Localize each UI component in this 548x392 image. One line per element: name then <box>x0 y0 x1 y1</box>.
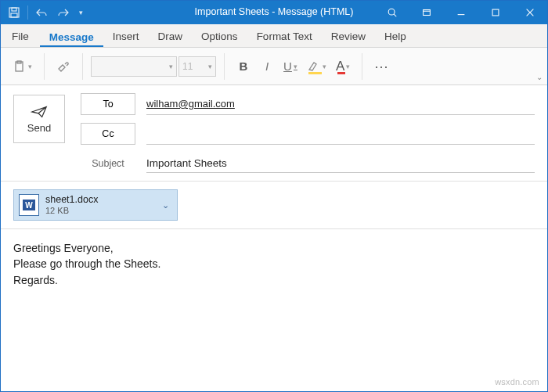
more-commands-button[interactable]: ⋯ <box>370 55 394 78</box>
svg-rect-4 <box>424 10 431 16</box>
send-label: Send <box>27 122 51 134</box>
attachments-bar: W sheet1.docx 12 KB ⌄ <box>1 182 547 229</box>
subject-value: Important Sheets <box>146 157 227 169</box>
ribbon-separator <box>362 53 362 80</box>
text-style-group: B I U ▾ ▾ A ▾ <box>229 55 357 78</box>
more-group: ⋯ <box>367 55 397 78</box>
font-size-value: 11 <box>182 61 193 72</box>
watermark: wsxdn.com <box>495 377 539 387</box>
svg-rect-5 <box>492 9 499 16</box>
attachment-size: 12 KB <box>45 206 153 216</box>
tab-draw[interactable]: Draw <box>149 26 193 47</box>
window-controls <box>375 1 547 24</box>
collapse-ribbon-icon[interactable]: ⌄ <box>536 73 543 81</box>
undo-icon[interactable] <box>31 2 52 23</box>
title-bar: ▾ Important Sheets - Message (HTML) <box>1 1 547 24</box>
save-icon[interactable] <box>4 2 24 23</box>
subject-label: Subject <box>81 158 135 169</box>
ribbon-separator <box>224 53 225 80</box>
svg-rect-1 <box>12 8 16 11</box>
to-button[interactable]: To <box>81 93 135 115</box>
attachment-dropdown-icon[interactable]: ⌄ <box>159 200 172 210</box>
italic-button[interactable]: I <box>256 55 278 78</box>
attachment-chip[interactable]: W sheet1.docx 12 KB ⌄ <box>13 189 178 221</box>
message-header: Send To wilham@gmail.com Cc Subject Impo… <box>1 85 547 182</box>
close-icon[interactable] <box>513 1 547 24</box>
quick-access-toolbar: ▾ <box>1 2 89 23</box>
maximize-icon[interactable] <box>478 1 513 24</box>
word-document-icon: W <box>19 194 39 216</box>
ribbon: ▾ ▾ 11 ▾ B I U ▾ ▾ A ▾ <box>1 48 547 85</box>
cc-button[interactable]: Cc <box>81 123 135 145</box>
qat-customize-dropdown[interactable]: ▾ <box>75 2 86 23</box>
underline-button[interactable]: U ▾ <box>279 55 301 78</box>
tab-file[interactable]: File <box>5 26 40 47</box>
ribbon-tabs: File Message Insert Draw Options Format … <box>1 24 547 48</box>
tab-format-text[interactable]: Format Text <box>247 26 322 47</box>
tab-message[interactable]: Message <box>40 27 103 48</box>
ribbon-separator <box>44 53 45 80</box>
message-body[interactable]: Greetings Everyone, Please go through th… <box>1 229 547 299</box>
highlight-color-button[interactable]: ▾ <box>303 55 330 78</box>
cc-field[interactable] <box>146 123 535 145</box>
font-size-combo[interactable]: 11 ▾ <box>178 56 216 77</box>
font-color-button[interactable]: A ▾ <box>332 55 354 78</box>
redo-icon[interactable] <box>53 2 74 23</box>
tab-help[interactable]: Help <box>375 26 416 47</box>
ribbon-separator <box>82 53 83 80</box>
attachment-info: sheet1.docx 12 KB <box>45 194 153 215</box>
font-group: ▾ 11 ▾ <box>88 56 219 77</box>
window-up-icon[interactable] <box>409 1 444 24</box>
tab-insert[interactable]: Insert <box>103 26 149 47</box>
clipboard-group: ▾ <box>5 55 39 78</box>
tab-options[interactable]: Options <box>192 26 247 47</box>
qat-separator <box>27 5 28 20</box>
svg-point-3 <box>388 9 395 15</box>
underline-label: U <box>283 59 292 73</box>
subject-field[interactable]: Important Sheets <box>146 154 535 173</box>
format-painter-group <box>49 55 78 78</box>
font-name-combo[interactable]: ▾ <box>91 56 177 77</box>
svg-rect-2 <box>11 13 17 17</box>
paste-button[interactable]: ▾ <box>9 55 36 78</box>
word-icon-letter: W <box>23 200 35 210</box>
minimize-icon[interactable] <box>444 1 478 24</box>
bold-button[interactable]: B <box>233 55 254 78</box>
tab-review[interactable]: Review <box>322 26 375 47</box>
format-painter-icon[interactable] <box>52 55 74 78</box>
to-field[interactable]: wilham@gmail.com <box>146 93 535 115</box>
search-icon[interactable] <box>375 1 409 24</box>
attachment-name: sheet1.docx <box>45 194 153 205</box>
to-value: wilham@gmail.com <box>146 98 235 110</box>
send-button[interactable]: Send <box>13 95 65 143</box>
